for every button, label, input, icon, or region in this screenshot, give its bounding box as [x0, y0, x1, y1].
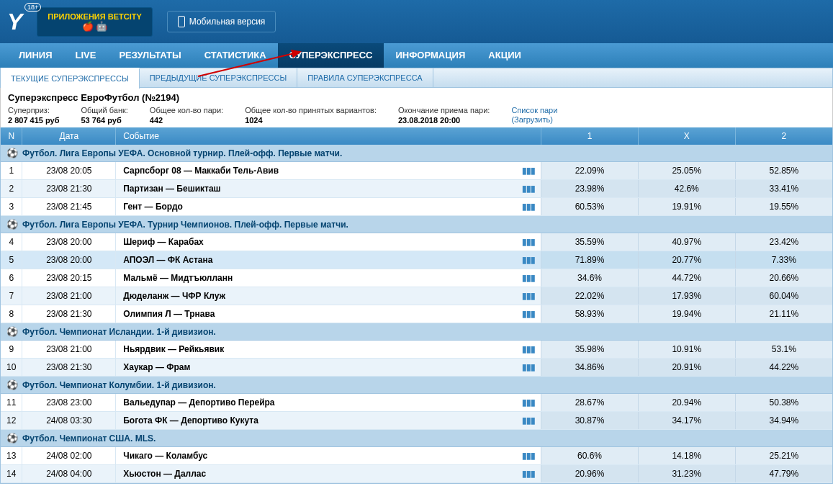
cell-v2[interactable]: 25.21% — [735, 447, 832, 465]
mainnav-item-4[interactable]: СУПЕРЭКСПРЕСС — [278, 43, 384, 68]
table-row[interactable]: 1224/08 03:30Богота ФК — Депортиво Кукут… — [1, 412, 832, 430]
cell-v2[interactable]: 19.55% — [735, 198, 832, 216]
cell-v1[interactable]: 58.93% — [541, 305, 639, 323]
cell-v1[interactable]: 22.09% — [541, 162, 639, 180]
stats-icon[interactable]: ▮▮▮ — [522, 202, 535, 212]
cell-v1[interactable]: 23.98% — [541, 180, 639, 198]
cell-event[interactable]: Шериф — Карабах▮▮▮ — [116, 233, 541, 251]
stats-icon[interactable]: ▮▮▮ — [522, 344, 535, 354]
stats-icon[interactable]: ▮▮▮ — [522, 415, 535, 426]
cell-event[interactable]: Богота ФК — Депортиво Кукута▮▮▮ — [116, 412, 541, 430]
mainnav-item-5[interactable]: ИНФОРМАЦИЯ — [384, 43, 477, 68]
cell-v2[interactable]: 47.79% — [735, 465, 832, 483]
col-1[interactable]: 1 — [541, 127, 639, 145]
table-row[interactable]: 623/08 20:15Мальмё — Мидтъюлланн▮▮▮34.6%… — [1, 269, 832, 287]
cell-event[interactable]: Чикаго — Коламбус▮▮▮ — [116, 447, 541, 465]
subnav-item-1[interactable]: ПРЕДЫДУЩИЕ СУПЕРЭКСПРЕССЫ — [140, 68, 297, 88]
cell-v1[interactable]: 34.6% — [541, 269, 639, 287]
cell-event[interactable]: Вальедупар — Депортиво Перейра▮▮▮ — [116, 394, 541, 412]
table-row[interactable]: 123/08 20:05Сарпсборг 08 — Маккаби Тель-… — [1, 162, 832, 180]
stats-icon[interactable]: ▮▮▮ — [522, 237, 535, 247]
stats-icon[interactable]: ▮▮▮ — [522, 273, 535, 283]
cell-v2[interactable]: 44.22% — [735, 359, 832, 377]
cell-vx[interactable]: 20.91% — [638, 359, 735, 377]
cell-event[interactable]: Хаукар — Фрам▮▮▮ — [116, 359, 541, 377]
cell-event[interactable]: Олимпия Л — Трнава▮▮▮ — [116, 305, 541, 323]
cell-v1[interactable]: 22.02% — [541, 287, 639, 305]
cell-v2[interactable]: 21.11% — [735, 305, 832, 323]
cell-v2[interactable]: 34.94% — [735, 412, 832, 430]
stats-icon[interactable]: ▮▮▮ — [522, 309, 535, 319]
cell-v2[interactable]: 23.42% — [735, 233, 832, 251]
cell-vx[interactable]: 19.94% — [638, 305, 735, 323]
cell-v1[interactable]: 71.89% — [541, 251, 639, 269]
mainnav-item-6[interactable]: АКЦИИ — [477, 43, 533, 68]
cell-v2[interactable]: 20.66% — [735, 269, 832, 287]
cell-vx[interactable]: 14.18% — [638, 447, 735, 465]
cell-v2[interactable]: 53.1% — [735, 341, 832, 359]
cell-vx[interactable]: 44.72% — [638, 269, 735, 287]
table-row[interactable]: 1023/08 21:30Хаукар — Фрам▮▮▮34.86%20.91… — [1, 359, 832, 377]
cell-v2[interactable]: 60.04% — [735, 287, 832, 305]
cell-vx[interactable]: 42.6% — [638, 180, 735, 198]
apps-button[interactable]: ПРИЛОЖЕНИЯ BETCITY 🍎 🤖 — [37, 7, 152, 37]
cell-event[interactable]: Гент — Бордо▮▮▮ — [116, 198, 541, 216]
table-row[interactable]: 423/08 20:00Шериф — Карабах▮▮▮35.59%40.9… — [1, 233, 832, 251]
stats-icon[interactable]: ▮▮▮ — [522, 291, 535, 301]
cell-v1[interactable]: 35.98% — [541, 341, 639, 359]
table-row[interactable]: 1424/08 04:00Хьюстон — Даллас▮▮▮20.96%31… — [1, 465, 832, 483]
cell-v1[interactable]: 60.53% — [541, 198, 639, 216]
cell-vx[interactable]: 20.94% — [638, 394, 735, 412]
cell-vx[interactable]: 31.23% — [638, 465, 735, 483]
cell-v1[interactable]: 30.87% — [541, 412, 639, 430]
mainnav-item-2[interactable]: РЕЗУЛЬТАТЫ — [107, 43, 192, 68]
stats-icon[interactable]: ▮▮▮ — [522, 166, 535, 176]
cell-v2[interactable]: 7.33% — [735, 251, 832, 269]
table-row[interactable]: 1324/08 02:00Чикаго — Коламбус▮▮▮60.6%14… — [1, 447, 832, 465]
cell-event[interactable]: АПОЭЛ — ФК Астана▮▮▮ — [116, 251, 541, 269]
mobile-version-button[interactable]: Мобильная версия — [167, 11, 276, 32]
cell-vx[interactable]: 25.05% — [638, 162, 735, 180]
cell-vx[interactable]: 10.91% — [638, 341, 735, 359]
cell-event[interactable]: Ньярдвик — Рейкьявик▮▮▮ — [116, 341, 541, 359]
cell-v1[interactable]: 28.67% — [541, 394, 639, 412]
mainnav-item-0[interactable]: ЛИНИЯ — [7, 43, 64, 68]
stats-icon[interactable]: ▮▮▮ — [522, 397, 535, 408]
subnav-item-2[interactable]: ПРАВИЛА СУПЕРЭКСПРЕССА — [297, 68, 433, 88]
cell-v1[interactable]: 20.96% — [541, 465, 639, 483]
cell-v1[interactable]: 35.59% — [541, 233, 639, 251]
cell-event[interactable]: Дюделанж — ЧФР Клуж▮▮▮ — [116, 287, 541, 305]
cell-event[interactable]: Партизан — Бешикташ▮▮▮ — [116, 180, 541, 198]
cell-event[interactable]: Сарпсборг 08 — Маккаби Тель-Авив▮▮▮ — [116, 162, 541, 180]
cell-v1[interactable]: 34.86% — [541, 359, 639, 377]
cell-event[interactable]: Хьюстон — Даллас▮▮▮ — [116, 465, 541, 483]
cell-v2[interactable]: 52.85% — [735, 162, 832, 180]
mainnav-item-3[interactable]: СТАТИСТИКА — [193, 43, 278, 68]
table-row[interactable]: 223/08 21:30Партизан — Бешикташ▮▮▮23.98%… — [1, 180, 832, 198]
stats-icon[interactable]: ▮▮▮ — [522, 362, 535, 372]
link-bet-list[interactable]: Список пари — [511, 106, 557, 114]
link-download[interactable]: (Загрузить) — [511, 115, 557, 124]
cell-event[interactable]: Мальмё — Мидтъюлланн▮▮▮ — [116, 269, 541, 287]
stats-icon[interactable]: ▮▮▮ — [522, 184, 535, 194]
cell-vx[interactable]: 20.77% — [638, 251, 735, 269]
cell-vx[interactable]: 40.97% — [638, 233, 735, 251]
table-row[interactable]: 723/08 21:00Дюделанж — ЧФР Клуж▮▮▮22.02%… — [1, 287, 832, 305]
stats-icon[interactable]: ▮▮▮ — [522, 451, 535, 461]
cell-vx[interactable]: 17.93% — [638, 287, 735, 305]
mainnav-item-1[interactable]: LIVE — [64, 43, 108, 68]
subnav-item-0[interactable]: ТЕКУЩИЕ СУПЕРЭКСПРЕССЫ — [1, 68, 140, 89]
cell-vx[interactable]: 34.17% — [638, 412, 735, 430]
col-x[interactable]: X — [638, 127, 735, 145]
table-row[interactable]: 1123/08 23:00Вальедупар — Депортиво Пере… — [1, 394, 832, 412]
table-row[interactable]: 523/08 20:00АПОЭЛ — ФК Астана▮▮▮71.89%20… — [1, 251, 832, 269]
cell-v2[interactable]: 33.41% — [735, 180, 832, 198]
cell-v2[interactable]: 50.38% — [735, 394, 832, 412]
cell-v1[interactable]: 60.6% — [541, 447, 639, 465]
table-row[interactable]: 823/08 21:30Олимпия Л — Трнава▮▮▮58.93%1… — [1, 305, 832, 323]
table-row[interactable]: 323/08 21:45Гент — Бордо▮▮▮60.53%19.91%1… — [1, 198, 832, 216]
stats-icon[interactable]: ▮▮▮ — [522, 469, 535, 479]
table-row[interactable]: 923/08 21:00Ньярдвик — Рейкьявик▮▮▮35.98… — [1, 341, 832, 359]
stats-icon[interactable]: ▮▮▮ — [522, 255, 535, 265]
col-2[interactable]: 2 — [735, 127, 832, 145]
